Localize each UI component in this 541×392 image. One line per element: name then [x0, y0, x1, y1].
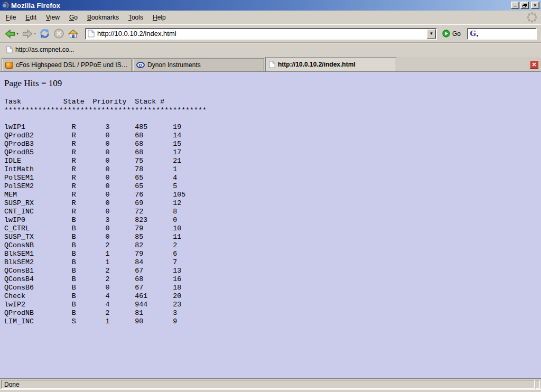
- bookmark-label: http://as.cmpnet.co...: [15, 46, 74, 53]
- forward-dropdown-icon[interactable]: ▾: [34, 31, 36, 36]
- menu-view[interactable]: View: [41, 12, 64, 23]
- menu-help[interactable]: Help: [148, 12, 171, 23]
- menu-file[interactable]: File: [1, 12, 21, 23]
- firefox-window: Mozilla Firefox _ × File Edit View Go Bo…: [0, 0, 541, 392]
- home-icon: [68, 29, 79, 39]
- tab-label: Dynon Instruments: [147, 61, 201, 69]
- go-button[interactable]: Go: [440, 29, 463, 39]
- status-bar: Done: [0, 378, 541, 389]
- close-tab-icon: ✕: [531, 61, 536, 68]
- restore-icon: [523, 4, 527, 7]
- go-label: Go: [452, 30, 461, 38]
- page-hits-text: Page Hits = 109: [4, 78, 541, 89]
- window-bottom-border: [0, 389, 541, 392]
- forward-button[interactable]: ▾: [21, 28, 37, 40]
- bookmarks-toolbar: http://as.cmpnet.co...: [0, 43, 541, 57]
- close-icon: ×: [534, 3, 536, 8]
- tab-index-html-active[interactable]: http://10.0.10.2/index.html: [265, 57, 396, 71]
- page-icon: [6, 46, 13, 53]
- tab-cfos[interactable]: cFos Highspeed DSL / PPPoE und ISDN CAP.…: [2, 58, 132, 71]
- menu-bookmarks[interactable]: Bookmarks: [82, 12, 124, 23]
- menu-go[interactable]: Go: [64, 12, 82, 23]
- task-table: Task State Priority Stack # ************…: [4, 98, 541, 326]
- window-title: Mozilla Firefox: [11, 2, 60, 10]
- tab-dynon[interactable]: D Dynon Instruments: [133, 58, 264, 71]
- menu-edit[interactable]: Edit: [21, 12, 41, 23]
- back-dropdown-icon[interactable]: ▾: [16, 31, 18, 36]
- back-icon: [4, 29, 16, 39]
- cfos-favicon-icon: [5, 62, 13, 69]
- url-bar[interactable]: http://10.0.10.2/index.html ▼: [85, 28, 437, 40]
- close-button[interactable]: ×: [531, 2, 539, 9]
- go-icon: [442, 30, 450, 38]
- google-icon: G: [470, 30, 476, 38]
- home-button[interactable]: [67, 28, 80, 40]
- close-tab-button[interactable]: ✕: [530, 61, 538, 69]
- back-button[interactable]: ▾: [3, 28, 20, 40]
- tab-label: cFos Highspeed DSL / PPPoE und ISDN CAP.…: [16, 61, 128, 69]
- menu-tools[interactable]: Tools: [124, 12, 148, 23]
- minimize-button[interactable]: _: [511, 2, 519, 9]
- menu-bar: File Edit View Go Bookmarks Tools Help: [0, 11, 541, 24]
- status-text: Done: [4, 381, 20, 388]
- firefox-logo-icon: [2, 2, 9, 9]
- reload-button[interactable]: [38, 27, 51, 40]
- page-icon: [88, 30, 95, 38]
- search-input[interactable]: G ▾: [467, 28, 537, 40]
- search-engine-dropdown-icon[interactable]: ▾: [477, 34, 479, 38]
- bookmark-item[interactable]: http://as.cmpnet.co...: [4, 45, 76, 54]
- stop-icon: [53, 28, 64, 39]
- url-input[interactable]: http://10.0.10.2/index.html: [97, 30, 436, 38]
- forward-icon: [22, 29, 33, 39]
- restore-button[interactable]: [520, 2, 529, 9]
- reload-icon: [39, 28, 50, 39]
- stop-button[interactable]: [52, 27, 66, 40]
- page-content: Page Hits = 109 Task State Priority Stac…: [0, 72, 541, 378]
- url-dropdown-button[interactable]: ▼: [427, 29, 436, 39]
- throbber-icon: [526, 12, 538, 23]
- resize-grip[interactable]: [536, 380, 540, 389]
- minimize-icon: _: [514, 3, 516, 7]
- tab-label: http://10.0.10.2/index.html: [278, 61, 356, 68]
- dynon-favicon-icon: D: [136, 62, 145, 68]
- tab-bar: cFos Highspeed DSL / PPPoE und ISDN CAP.…: [0, 57, 541, 72]
- navigation-toolbar: ▾ ▾ http://10.0.10.2/index.html ▼ Go G ▾: [0, 24, 541, 43]
- title-bar[interactable]: Mozilla Firefox _ ×: [0, 0, 541, 11]
- page-icon: [269, 61, 275, 68]
- status-panel: Done: [1, 380, 535, 389]
